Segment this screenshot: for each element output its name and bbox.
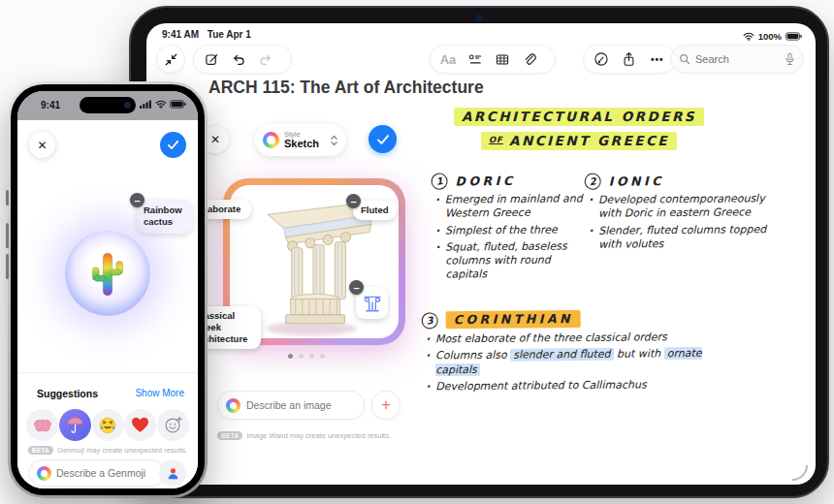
apple-intelligence-icon [226, 398, 241, 413]
describe-image-input[interactable] [246, 399, 356, 411]
text-format-icon: Aa [440, 52, 457, 67]
redo-button[interactable] [252, 46, 279, 73]
describe-genmoji-input[interactable] [56, 467, 157, 479]
search-icon [679, 53, 690, 65]
corinthian-bullet: Most elaborate of the three classical or… [435, 331, 747, 347]
ionic-heading: IONIC [609, 173, 664, 188]
ellipsis-icon: ••• [651, 54, 664, 65]
pencil-corner-indicator[interactable] [792, 465, 808, 481]
doric-number: 1 [430, 172, 448, 190]
genmoji-disclaimer: BETA Genmoji may create unexpected resul… [17, 446, 198, 455]
close-icon: ✕ [210, 133, 220, 146]
image-wand-accept-button[interactable] [369, 125, 397, 153]
describe-genmoji-field[interactable] [29, 459, 165, 487]
heading-of: OF [489, 135, 503, 144]
dictation-mic-icon[interactable] [785, 52, 795, 66]
checklist-icon [467, 52, 483, 67]
close-icon: ✕ [37, 139, 47, 152]
ipad-status-bar: 9:41 AM Tue Apr 1 100% [162, 29, 802, 43]
notes-toolbar: Aa [156, 45, 804, 76]
plus-icon: + [381, 395, 391, 415]
front-camera-icon [124, 102, 131, 109]
corinthian-heading: CORINTHIAN [446, 310, 581, 329]
page-dot-1[interactable] [288, 354, 293, 359]
prompt-chip-rainbow-cactus[interactable]: Rainbow cactus [137, 200, 193, 234]
markup-button[interactable] [588, 46, 615, 73]
page-dot-3[interactable] [309, 354, 314, 359]
table-icon [495, 52, 510, 67]
suggestion-laughing-crying-emoji[interactable] [92, 409, 124, 441]
iphone-status-bar: 9:41 [17, 91, 198, 120]
column-sketch-icon [362, 293, 383, 314]
minus-icon: – [134, 195, 140, 206]
dynamic-island [80, 97, 136, 113]
collapse-button[interactable] [156, 45, 185, 74]
remove-chip-fluted-button[interactable]: – [346, 194, 361, 208]
ipad-front-camera [476, 15, 483, 21]
chevron-up-down-icon [330, 134, 338, 147]
minus-icon: – [353, 282, 359, 294]
ionic-bullet: Developed contemporaneously with Doric i… [598, 192, 767, 221]
ipad-status-time: 9:41 AM [162, 29, 199, 40]
attach-button[interactable] [516, 46, 543, 73]
page-dot-4[interactable] [320, 354, 325, 359]
genmoji-accept-button[interactable] [160, 132, 186, 158]
share-button[interactable] [616, 46, 643, 73]
checklist-button[interactable] [462, 46, 489, 73]
battery-icon [786, 32, 802, 41]
collapse-icon [164, 52, 178, 67]
paperclip-icon [523, 52, 537, 67]
corinthian-bullet: Columns also slender and fluted but with… [435, 347, 747, 377]
genmoji-close-button[interactable]: ✕ [29, 132, 55, 158]
doric-bullet: Emerged in mainland and Western Greece [445, 192, 585, 221]
note-title: ARCH 115: The Art of Architecture [208, 78, 484, 98]
chip-rainbow-cactus-label: Rainbow cactus [144, 205, 182, 227]
ipad-status-date: Tue Apr 1 [208, 29, 251, 40]
apple-intelligence-icon [37, 466, 51, 481]
divider [17, 372, 198, 373]
compose-icon [205, 52, 219, 67]
table-button[interactable] [489, 46, 516, 73]
page-dot-2[interactable] [299, 354, 304, 359]
suggestion-new-genmoji-icon[interactable] [157, 409, 189, 441]
show-more-link[interactable]: Show More [135, 388, 184, 398]
suggestion-heart-emoji[interactable] [124, 409, 156, 441]
ionic-bullet: Slender, fluted columns topped with volu… [598, 223, 767, 252]
describe-image-field[interactable] [217, 391, 365, 420]
doric-section: 1 DORIC Emerged in mainland and Western … [431, 172, 585, 285]
beta-badge: BETA [217, 431, 242, 440]
remove-chip-sketch-button[interactable]: – [349, 280, 364, 295]
ionic-number: 2 [584, 173, 602, 191]
suggestion-umbrella-emoji[interactable] [59, 409, 91, 441]
add-image-button[interactable]: + [371, 391, 401, 420]
compose-button[interactable] [198, 46, 225, 73]
more-button[interactable]: ••• [644, 46, 671, 73]
iphone-action-button [6, 190, 9, 205]
style-swirl-icon [263, 132, 279, 148]
genmoji-preview-orb [65, 231, 150, 316]
suggestion-brain-emoji[interactable] [26, 409, 58, 441]
minus-icon: – [350, 196, 356, 207]
suggestions-row [26, 409, 189, 441]
doric-bullet: Simplest of the three [445, 223, 585, 238]
bullet2-highlight1: slender and fluted [510, 348, 614, 362]
search-input[interactable] [695, 53, 780, 65]
rainbow-cactus-genmoji [87, 249, 128, 298]
redo-icon [258, 52, 273, 67]
bullet2-mid: but with [614, 348, 664, 361]
ipad-notes-screen: 9:41 AM Tue Apr 1 100% [146, 23, 816, 485]
remove-chip-rainbow-cactus-button[interactable]: – [130, 193, 144, 207]
people-picker-button[interactable] [159, 459, 186, 487]
style-picker[interactable]: Style Sketch [255, 124, 346, 156]
style-value: Sketch [284, 139, 325, 150]
undo-button[interactable] [225, 46, 252, 73]
suggestions-label: Suggestions [37, 388, 98, 399]
iphone-device: 9:41 [8, 81, 208, 498]
wifi-icon [743, 32, 754, 41]
page-indicator[interactable] [288, 354, 325, 359]
corinthian-bullet: Development attributed to Callimachus [435, 377, 747, 394]
search-field[interactable] [670, 45, 804, 74]
heading-line1: ARCHITECTURAL ORDERS [454, 108, 704, 126]
text-format-button[interactable]: Aa [434, 46, 462, 73]
cellular-signal-icon [140, 100, 152, 109]
